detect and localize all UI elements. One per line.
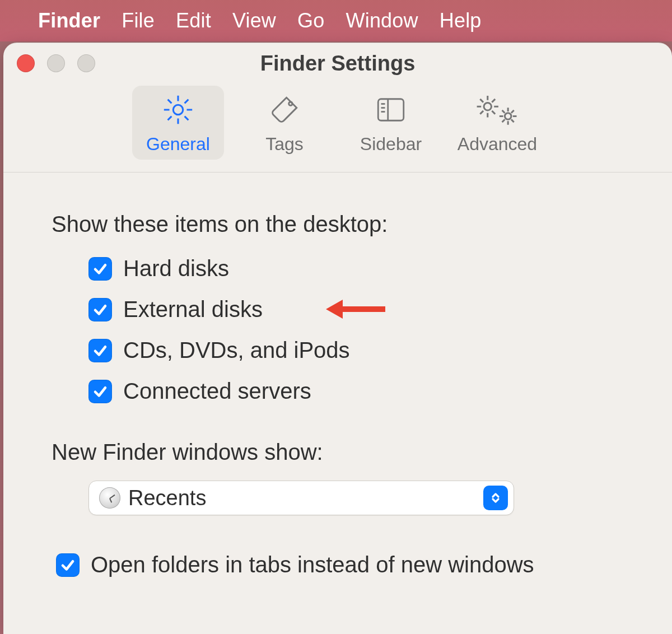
minimize-window-button[interactable] <box>47 54 65 72</box>
svg-point-1 <box>289 101 292 105</box>
menubar-item-edit[interactable]: Edit <box>176 9 211 32</box>
svg-point-7 <box>484 102 491 110</box>
checkbox-label: External disks <box>123 297 263 322</box>
checkbox-connected-servers[interactable] <box>88 380 112 403</box>
svg-point-0 <box>173 105 183 114</box>
toolbar: General Tags Sidebar <box>3 83 672 173</box>
checkbox-external-disks[interactable] <box>88 298 112 321</box>
menubar-item-file[interactable]: File <box>122 9 155 32</box>
annotation-arrow-icon <box>324 298 385 325</box>
tab-label: Sidebar <box>360 134 422 155</box>
popup-selected-label: Recents <box>128 486 475 510</box>
popup-indicator-icon <box>483 486 508 510</box>
new-window-popup[interactable]: Recents <box>88 481 514 515</box>
sidebar-icon <box>372 91 409 128</box>
menubar-item-view[interactable]: View <box>232 9 276 32</box>
tab-sidebar[interactable]: Sidebar <box>345 86 437 160</box>
traffic-lights <box>17 54 95 72</box>
menubar-app[interactable]: Finder <box>38 9 100 32</box>
checkbox-cds-dvds-ipods[interactable] <box>88 339 112 362</box>
new-window-heading: New Finder windows show: <box>52 440 638 465</box>
checkbox-label: CDs, DVDs, and iPods <box>123 338 350 363</box>
menubar-item-go[interactable]: Go <box>297 9 324 32</box>
checkbox-row-hard-disks: Hard disks <box>88 256 638 281</box>
checkbox-row-cds-dvds-ipods: CDs, DVDs, and iPods <box>88 338 638 363</box>
checkbox-row-external-disks: External disks <box>88 297 638 322</box>
recents-icon <box>99 487 120 509</box>
tab-label: Advanced <box>458 134 537 155</box>
tag-icon <box>266 91 303 128</box>
tab-label: General <box>146 134 210 155</box>
checkbox-hard-disks[interactable] <box>88 257 112 281</box>
window-title: Finder Settings <box>260 52 416 76</box>
svg-rect-2 <box>378 99 404 120</box>
checkbox-open-in-tabs[interactable] <box>56 553 80 577</box>
tab-tags[interactable]: Tags <box>239 86 330 160</box>
checkbox-row-connected-servers: Connected servers <box>88 379 638 404</box>
gears-icon <box>470 91 524 128</box>
settings-window: Finder Settings General Tags <box>3 43 672 634</box>
checkbox-label: Hard disks <box>123 256 229 281</box>
open-in-tabs-row: Open folders in tabs instead of new wind… <box>52 552 638 577</box>
menubar-item-window[interactable]: Window <box>346 9 418 32</box>
content: Show these items on the desktop: Hard di… <box>3 173 672 589</box>
menubar-item-help[interactable]: Help <box>440 9 482 32</box>
checkbox-label: Open folders in tabs instead of new wind… <box>91 552 534 577</box>
titlebar: Finder Settings <box>3 43 672 83</box>
tab-label: Tags <box>265 134 304 155</box>
tab-advanced[interactable]: Advanced <box>451 86 543 160</box>
checkbox-label: Connected servers <box>123 379 311 404</box>
menubar: Finder File Edit View Go Window Help <box>0 0 672 41</box>
desktop-items-list: Hard disks External disks CDs, DVDs, and… <box>88 256 638 404</box>
svg-point-8 <box>505 113 511 119</box>
gear-icon <box>160 91 197 128</box>
desktop-items-heading: Show these items on the desktop: <box>52 212 638 237</box>
zoom-window-button[interactable] <box>77 54 95 72</box>
tab-general[interactable]: General <box>132 86 224 160</box>
close-window-button[interactable] <box>17 54 35 72</box>
